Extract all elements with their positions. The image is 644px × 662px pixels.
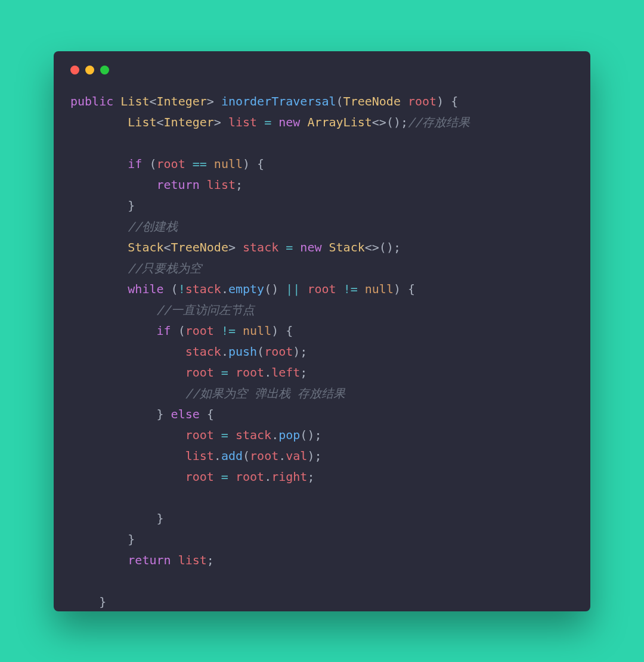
code-line-22: } (70, 532, 135, 546)
code-block: public List<Integer> inorderTraversal(Tr… (70, 91, 574, 613)
code-line-9: //只要栈为空 (70, 261, 202, 275)
code-line-1: public List<Integer> inorderTraversal(Tr… (70, 94, 458, 108)
code-line-18: list.add(root.val); (70, 449, 321, 463)
code-line-10: while (!stack.empty() || root != null) { (70, 282, 415, 296)
code-window: public List<Integer> inorderTraversal(Tr… (54, 51, 590, 611)
code-line-16: } else { (70, 407, 214, 421)
code-line-14: root = root.left; (70, 365, 307, 380)
code-line-17: root = stack.pop(); (70, 428, 321, 442)
minimize-icon[interactable] (85, 66, 94, 74)
code-line-25: } (70, 595, 106, 609)
code-line-12: if (root != null) { (70, 324, 293, 338)
window-traffic-lights (70, 66, 574, 74)
code-line-21: } (70, 511, 164, 526)
code-line-23: return list; (70, 553, 214, 567)
code-line-5: return list; (70, 178, 243, 192)
code-line-8: Stack<TreeNode> stack = new Stack<>(); (70, 240, 401, 254)
code-line-6: } (70, 198, 135, 213)
code-line-13: stack.push(root); (70, 344, 307, 359)
code-line-15: //如果为空 弹出栈 存放结果 (70, 386, 345, 400)
code-line-19: root = root.right; (70, 470, 314, 484)
maximize-icon[interactable] (100, 66, 109, 74)
close-icon[interactable] (70, 66, 79, 74)
code-line-2: List<Integer> list = new ArrayList<>();/… (70, 115, 470, 129)
code-line-4: if (root == null) { (70, 157, 264, 171)
code-line-11: //一直访问左节点 (70, 303, 255, 317)
code-line-7: //创建栈 (70, 219, 178, 234)
